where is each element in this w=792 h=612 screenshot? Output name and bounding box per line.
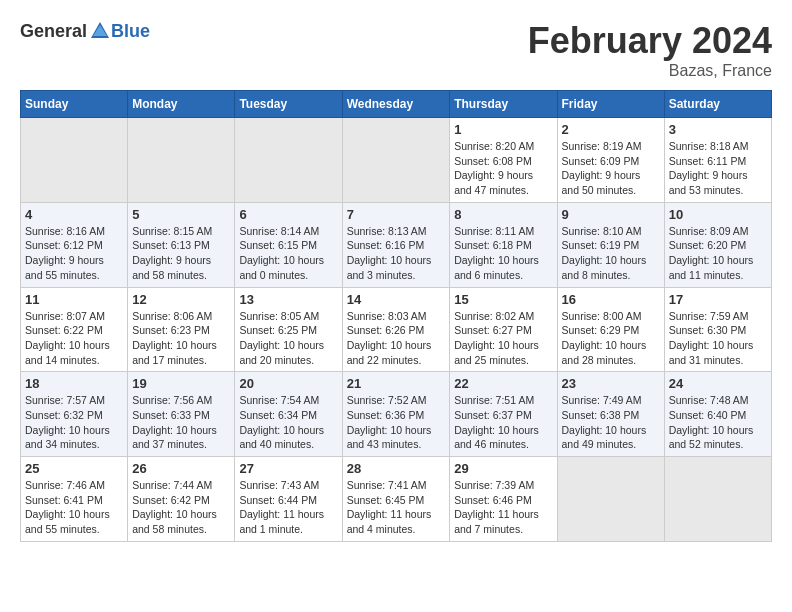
- calendar-cell: [557, 457, 664, 542]
- calendar-cell: 13Sunrise: 8:05 AM Sunset: 6:25 PM Dayli…: [235, 287, 342, 372]
- day-number: 7: [347, 207, 446, 222]
- day-info: Sunrise: 8:13 AM Sunset: 6:16 PM Dayligh…: [347, 224, 446, 283]
- day-info: Sunrise: 8:20 AM Sunset: 6:08 PM Dayligh…: [454, 139, 552, 198]
- day-info: Sunrise: 8:02 AM Sunset: 6:27 PM Dayligh…: [454, 309, 552, 368]
- calendar-cell: 18Sunrise: 7:57 AM Sunset: 6:32 PM Dayli…: [21, 372, 128, 457]
- calendar-cell: 28Sunrise: 7:41 AM Sunset: 6:45 PM Dayli…: [342, 457, 450, 542]
- logo-icon: [89, 20, 111, 42]
- calendar-cell: 27Sunrise: 7:43 AM Sunset: 6:44 PM Dayli…: [235, 457, 342, 542]
- calendar-cell: 20Sunrise: 7:54 AM Sunset: 6:34 PM Dayli…: [235, 372, 342, 457]
- calendar-week-row: 18Sunrise: 7:57 AM Sunset: 6:32 PM Dayli…: [21, 372, 772, 457]
- day-number: 6: [239, 207, 337, 222]
- calendar-cell: 26Sunrise: 7:44 AM Sunset: 6:42 PM Dayli…: [128, 457, 235, 542]
- day-info: Sunrise: 8:14 AM Sunset: 6:15 PM Dayligh…: [239, 224, 337, 283]
- day-info: Sunrise: 7:43 AM Sunset: 6:44 PM Dayligh…: [239, 478, 337, 537]
- subtitle: Bazas, France: [528, 62, 772, 80]
- calendar-cell: 14Sunrise: 8:03 AM Sunset: 6:26 PM Dayli…: [342, 287, 450, 372]
- calendar-cell: [664, 457, 771, 542]
- calendar-cell: 8Sunrise: 8:11 AM Sunset: 6:18 PM Daylig…: [450, 202, 557, 287]
- day-info: Sunrise: 8:18 AM Sunset: 6:11 PM Dayligh…: [669, 139, 767, 198]
- logo-blue: Blue: [111, 21, 150, 42]
- calendar-cell: 22Sunrise: 7:51 AM Sunset: 6:37 PM Dayli…: [450, 372, 557, 457]
- day-number: 22: [454, 376, 552, 391]
- day-number: 1: [454, 122, 552, 137]
- day-number: 24: [669, 376, 767, 391]
- day-info: Sunrise: 7:51 AM Sunset: 6:37 PM Dayligh…: [454, 393, 552, 452]
- title-area: February 2024 Bazas, France: [528, 20, 772, 80]
- calendar-cell: [128, 118, 235, 203]
- header-wednesday: Wednesday: [342, 91, 450, 118]
- day-info: Sunrise: 7:49 AM Sunset: 6:38 PM Dayligh…: [562, 393, 660, 452]
- calendar-cell: [235, 118, 342, 203]
- day-number: 10: [669, 207, 767, 222]
- day-info: Sunrise: 7:48 AM Sunset: 6:40 PM Dayligh…: [669, 393, 767, 452]
- day-info: Sunrise: 8:00 AM Sunset: 6:29 PM Dayligh…: [562, 309, 660, 368]
- day-info: Sunrise: 8:11 AM Sunset: 6:18 PM Dayligh…: [454, 224, 552, 283]
- day-info: Sunrise: 8:10 AM Sunset: 6:19 PM Dayligh…: [562, 224, 660, 283]
- header-thursday: Thursday: [450, 91, 557, 118]
- day-info: Sunrise: 7:39 AM Sunset: 6:46 PM Dayligh…: [454, 478, 552, 537]
- calendar-cell: 19Sunrise: 7:56 AM Sunset: 6:33 PM Dayli…: [128, 372, 235, 457]
- day-info: Sunrise: 8:06 AM Sunset: 6:23 PM Dayligh…: [132, 309, 230, 368]
- calendar-cell: 21Sunrise: 7:52 AM Sunset: 6:36 PM Dayli…: [342, 372, 450, 457]
- day-number: 26: [132, 461, 230, 476]
- day-number: 12: [132, 292, 230, 307]
- day-info: Sunrise: 7:44 AM Sunset: 6:42 PM Dayligh…: [132, 478, 230, 537]
- day-info: Sunrise: 7:54 AM Sunset: 6:34 PM Dayligh…: [239, 393, 337, 452]
- calendar-header-row: SundayMondayTuesdayWednesdayThursdayFrid…: [21, 91, 772, 118]
- day-info: Sunrise: 7:59 AM Sunset: 6:30 PM Dayligh…: [669, 309, 767, 368]
- calendar-cell: 4Sunrise: 8:16 AM Sunset: 6:12 PM Daylig…: [21, 202, 128, 287]
- day-number: 20: [239, 376, 337, 391]
- day-number: 28: [347, 461, 446, 476]
- calendar-cell: 3Sunrise: 8:18 AM Sunset: 6:11 PM Daylig…: [664, 118, 771, 203]
- calendar-cell: 15Sunrise: 8:02 AM Sunset: 6:27 PM Dayli…: [450, 287, 557, 372]
- calendar-cell: 24Sunrise: 7:48 AM Sunset: 6:40 PM Dayli…: [664, 372, 771, 457]
- day-number: 23: [562, 376, 660, 391]
- calendar-cell: 1Sunrise: 8:20 AM Sunset: 6:08 PM Daylig…: [450, 118, 557, 203]
- calendar-cell: 23Sunrise: 7:49 AM Sunset: 6:38 PM Dayli…: [557, 372, 664, 457]
- day-info: Sunrise: 7:52 AM Sunset: 6:36 PM Dayligh…: [347, 393, 446, 452]
- calendar-cell: 29Sunrise: 7:39 AM Sunset: 6:46 PM Dayli…: [450, 457, 557, 542]
- header-tuesday: Tuesday: [235, 91, 342, 118]
- day-number: 9: [562, 207, 660, 222]
- day-info: Sunrise: 8:09 AM Sunset: 6:20 PM Dayligh…: [669, 224, 767, 283]
- calendar-cell: 17Sunrise: 7:59 AM Sunset: 6:30 PM Dayli…: [664, 287, 771, 372]
- day-number: 18: [25, 376, 123, 391]
- day-info: Sunrise: 8:05 AM Sunset: 6:25 PM Dayligh…: [239, 309, 337, 368]
- day-info: Sunrise: 7:41 AM Sunset: 6:45 PM Dayligh…: [347, 478, 446, 537]
- logo-general: General: [20, 21, 87, 42]
- day-number: 17: [669, 292, 767, 307]
- day-info: Sunrise: 8:07 AM Sunset: 6:22 PM Dayligh…: [25, 309, 123, 368]
- calendar-cell: 12Sunrise: 8:06 AM Sunset: 6:23 PM Dayli…: [128, 287, 235, 372]
- svg-marker-1: [93, 25, 107, 36]
- main-title: February 2024: [528, 20, 772, 62]
- day-number: 25: [25, 461, 123, 476]
- day-info: Sunrise: 7:46 AM Sunset: 6:41 PM Dayligh…: [25, 478, 123, 537]
- day-info: Sunrise: 7:56 AM Sunset: 6:33 PM Dayligh…: [132, 393, 230, 452]
- day-number: 5: [132, 207, 230, 222]
- day-info: Sunrise: 8:03 AM Sunset: 6:26 PM Dayligh…: [347, 309, 446, 368]
- calendar-week-row: 4Sunrise: 8:16 AM Sunset: 6:12 PM Daylig…: [21, 202, 772, 287]
- calendar-table: SundayMondayTuesdayWednesdayThursdayFrid…: [20, 90, 772, 542]
- day-number: 14: [347, 292, 446, 307]
- header-saturday: Saturday: [664, 91, 771, 118]
- calendar-week-row: 25Sunrise: 7:46 AM Sunset: 6:41 PM Dayli…: [21, 457, 772, 542]
- day-number: 11: [25, 292, 123, 307]
- day-number: 8: [454, 207, 552, 222]
- calendar-cell: 11Sunrise: 8:07 AM Sunset: 6:22 PM Dayli…: [21, 287, 128, 372]
- calendar-cell: 16Sunrise: 8:00 AM Sunset: 6:29 PM Dayli…: [557, 287, 664, 372]
- header-friday: Friday: [557, 91, 664, 118]
- day-number: 16: [562, 292, 660, 307]
- logo: General Blue: [20, 20, 150, 42]
- day-number: 27: [239, 461, 337, 476]
- header-monday: Monday: [128, 91, 235, 118]
- calendar-cell: 10Sunrise: 8:09 AM Sunset: 6:20 PM Dayli…: [664, 202, 771, 287]
- day-info: Sunrise: 7:57 AM Sunset: 6:32 PM Dayligh…: [25, 393, 123, 452]
- calendar-cell: 25Sunrise: 7:46 AM Sunset: 6:41 PM Dayli…: [21, 457, 128, 542]
- calendar-cell: 9Sunrise: 8:10 AM Sunset: 6:19 PM Daylig…: [557, 202, 664, 287]
- day-info: Sunrise: 8:19 AM Sunset: 6:09 PM Dayligh…: [562, 139, 660, 198]
- day-number: 13: [239, 292, 337, 307]
- day-number: 21: [347, 376, 446, 391]
- day-info: Sunrise: 8:16 AM Sunset: 6:12 PM Dayligh…: [25, 224, 123, 283]
- page-header: General Blue February 2024 Bazas, France: [20, 20, 772, 80]
